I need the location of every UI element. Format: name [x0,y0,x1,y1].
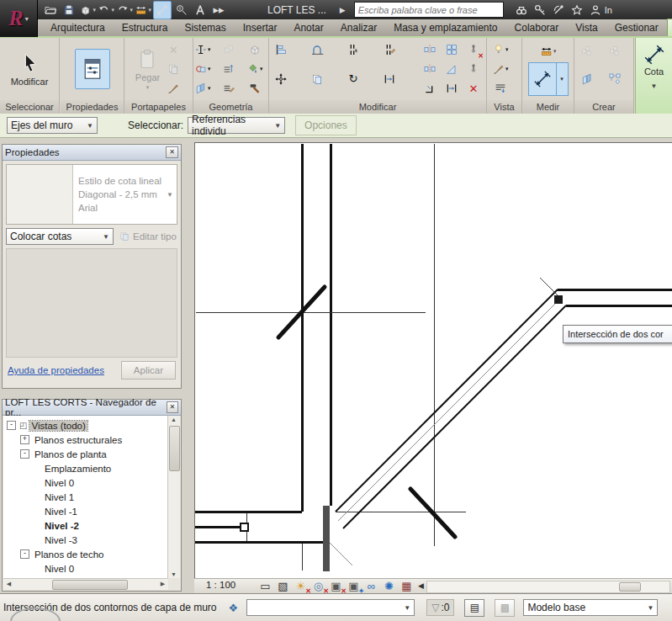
tree-item-nivel-1[interactable]: Nivel -1 [3,504,168,518]
selection-filter-control[interactable]: ▽ :0 [426,599,454,616]
scroll-left-icon[interactable]: ◀ [418,581,424,590]
browser-vertical-scrollbar[interactable]: ▲ ▼ [167,416,180,578]
search-input[interactable] [354,2,504,18]
tab-arquitectura[interactable]: Arquitectura [42,19,114,36]
override-graphics-brush-icon[interactable]: ▾ [492,61,509,77]
scrollbar-thumb[interactable] [619,582,641,592]
tree-item-planos-estructurales[interactable]: +Planos estructurales [3,433,168,447]
split-with-gap-icon[interactable] [381,41,398,58]
shadows-icon[interactable]: ◎✕ [310,578,327,593]
scrollbar-thumb[interactable] [169,426,180,471]
unpin-icon[interactable]: ✕ [465,41,482,58]
match-type-properties-icon[interactable] [165,80,182,97]
default-3d-view-icon[interactable]: ▾ [79,2,96,19]
mirror-draw-axis-icon[interactable] [421,61,438,77]
design-option-select[interactable]: Modelo base▼ [523,599,658,616]
properties-palette-header[interactable]: Propiedades ✕ [3,145,181,161]
parameter-grid[interactable] [6,248,177,358]
close-icon[interactable]: ✕ [166,146,178,158]
panel-label-crear[interactable]: Crear [574,100,633,114]
tree-item-nivel-0[interactable]: Nivel 0 [3,561,168,576]
detail-level-icon[interactable]: ▭ [257,578,274,593]
reference-select[interactable]: Referencias individu▼ [188,117,285,134]
cota-aligned-dimension-icon[interactable] [643,44,665,66]
trim-corner-icon[interactable] [421,80,438,97]
panel-label-vista[interactable]: Vista [487,100,521,114]
aligned-dimension-caret-icon[interactable]: ▾ [556,62,569,96]
tree-item-emplazamiento[interactable]: Emplazamiento [3,461,168,475]
expand-icon[interactable]: + [20,435,29,444]
undo-icon[interactable]: ▾ [98,2,114,19]
paint-icon[interactable]: ▾ [246,61,263,77]
paste-button[interactable]: Pegar ▾ [135,47,160,91]
align-icon[interactable] [273,41,289,58]
signin-label[interactable]: In [605,5,612,15]
redo-icon[interactable]: ▾ [116,2,133,19]
offset-icon[interactable] [309,41,325,58]
temporary-hide-isolate-icon[interactable]: ∞ [362,578,380,593]
copy-to-clipboard-icon[interactable] [165,61,182,77]
view-scale-button[interactable]: 1 : 100 [206,580,235,590]
modify-button[interactable]: Modificar [11,51,49,87]
trim-extend-icon[interactable] [381,71,398,88]
scroll-down-icon[interactable]: ▼ [168,571,179,577]
tab-estructura[interactable]: Estructura [114,19,177,36]
tab-analizar[interactable]: Analizar [332,19,385,36]
tree-item-nivel-2[interactable]: Nivel -2 [3,518,168,533]
measure-icon[interactable]: ▾ [135,2,151,19]
subscription-key-icon[interactable] [532,2,548,19]
edit-type-button[interactable]: Editar tipo [119,231,177,242]
panel-label-propiedades[interactable]: Propiedades [61,100,124,114]
tree-item-nivel-3[interactable]: Nivel -3 [3,533,168,547]
design-options-dialog-button[interactable]: ▤ [464,599,484,617]
tab-mo[interactable]: Mo [667,19,672,36]
properties-help-link[interactable]: Ayuda de propiedades [8,365,104,375]
collapse-icon[interactable]: - [20,549,29,559]
save-icon[interactable] [61,2,77,19]
category-filter-select[interactable]: Colocar cotas▼ [6,228,114,245]
panel-label-geometria[interactable]: Geometría [193,100,268,114]
join-geometry-icon[interactable]: ▾ [194,61,211,77]
crop-view-icon[interactable]: ▣✕ [327,578,345,593]
tab-anotar[interactable]: Anotar [285,19,331,36]
delete-icon[interactable]: ✕ [465,80,482,97]
wall-joins-icon[interactable] [220,80,237,97]
worksets-icon[interactable]: ❖ [229,602,239,614]
sun-path-icon[interactable]: ☀✕ [292,578,310,593]
canvas-horizontal-scrollbar[interactable] [426,581,670,593]
apply-button[interactable]: Aplicar [121,361,176,380]
crop-region-visibility-icon[interactable]: ▣✦ [345,578,362,593]
create-similar-icon[interactable] [606,43,623,60]
cota-panel-expand-icon[interactable]: ▼ [651,82,658,90]
tree-item-vistas-todo-[interactable]: -◰Vistas (todo) [3,418,168,433]
workset-select[interactable]: ▼ [246,599,415,616]
tree-item-planos-de-techo[interactable]: -Planos de techo [3,547,168,561]
split-element-icon[interactable] [345,41,362,58]
cut-geometry-icon[interactable]: ▾ [194,41,211,58]
tree-item-nivel-0[interactable]: Nivel 0 [3,475,168,490]
panel-label-modificar[interactable]: Modificar [269,100,486,114]
exclude-options-button[interactable]: ▩ [495,599,515,617]
tab-masa-y-emplazamiento[interactable]: Masa y emplazamiento [385,19,505,36]
tab-gestionar[interactable]: Gestionar [606,19,667,36]
browser-horizontal-scrollbar[interactable]: ◀ ▶ [3,578,168,590]
tab-insertar[interactable]: Insertar [235,19,286,36]
type-selector-arrow-icon[interactable]: ▼ [167,165,177,224]
visual-style-icon[interactable]: ▧ [274,578,292,593]
panel-label-portapapeles[interactable]: Portapapeles [124,100,193,114]
tree-item-nivel-1[interactable]: Nivel 1 [3,490,168,504]
aligned-dimension-icon[interactable] [153,1,172,19]
trim-multiple-icon[interactable] [443,80,460,97]
scrollbar-thumb[interactable] [52,580,128,590]
reveal-hidden-elements-icon[interactable]: ✺ [380,578,398,593]
communication-center-icon[interactable] [551,2,566,19]
close-icon[interactable]: ✕ [167,401,178,413]
collapse-icon[interactable]: - [7,421,16,430]
scroll-left-icon[interactable]: ◀ [3,581,14,587]
mirror-pick-axis-icon[interactable] [421,41,438,58]
create-group-icon[interactable] [579,43,595,60]
qat-expand-icon[interactable]: ▸▸ [210,2,227,19]
type-selector[interactable]: Estilo de cota lineal Diagonal - 2,5 mm … [6,164,177,225]
panel-label-medir[interactable]: Medir [522,100,574,114]
array-icon[interactable] [443,41,460,58]
